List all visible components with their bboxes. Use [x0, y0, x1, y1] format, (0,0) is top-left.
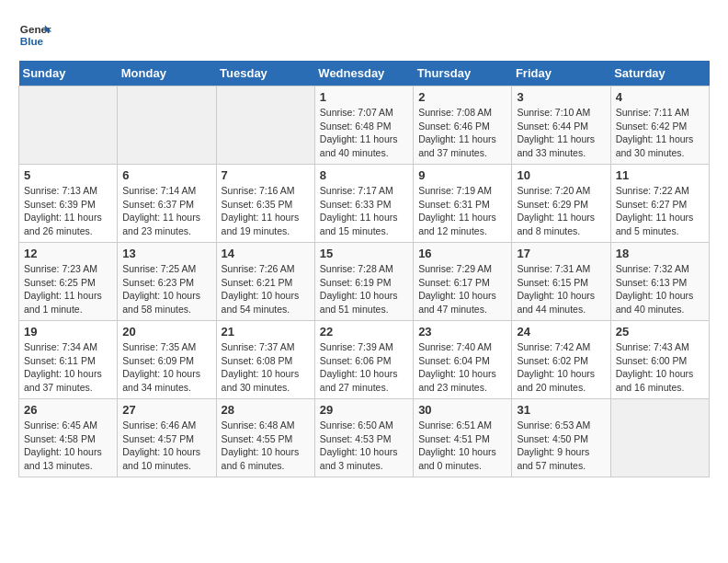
day-number: 30 — [418, 403, 506, 417]
day-number: 6 — [122, 168, 210, 182]
day-number: 26 — [24, 403, 112, 417]
day-detail: Sunrise: 7:31 AM Sunset: 6:15 PM Dayligh… — [517, 262, 605, 316]
day-number: 18 — [616, 247, 704, 260]
day-number: 19 — [24, 325, 112, 339]
day-detail: Sunrise: 6:46 AM Sunset: 4:57 PM Dayligh… — [122, 419, 210, 473]
day-number: 1 — [320, 90, 408, 104]
day-detail: Sunrise: 6:48 AM Sunset: 4:55 PM Dayligh… — [222, 419, 310, 473]
calendar-cell: 30Sunrise: 6:51 AM Sunset: 4:51 PM Dayli… — [414, 399, 512, 477]
day-detail: Sunrise: 7:08 AM Sunset: 6:46 PM Dayligh… — [418, 106, 506, 160]
weekday-header-wednesday: Wednesday — [314, 61, 413, 86]
day-detail: Sunrise: 7:14 AM Sunset: 6:37 PM Dayligh… — [122, 184, 210, 238]
calendar-cell — [19, 86, 118, 165]
day-number: 11 — [616, 168, 704, 182]
day-number: 29 — [320, 403, 408, 417]
calendar-cell: 4Sunrise: 7:11 AM Sunset: 6:42 PM Daylig… — [610, 86, 709, 165]
day-detail: Sunrise: 7:10 AM Sunset: 6:44 PM Dayligh… — [517, 106, 605, 160]
day-number: 31 — [517, 403, 605, 417]
day-detail: Sunrise: 7:34 AM Sunset: 6:11 PM Dayligh… — [24, 340, 112, 395]
weekday-header-friday: Friday — [512, 61, 610, 86]
day-number: 24 — [517, 325, 605, 339]
calendar-cell: 5Sunrise: 7:13 AM Sunset: 6:39 PM Daylig… — [19, 165, 118, 243]
logo-icon: General Blue — [18, 18, 51, 52]
day-detail: Sunrise: 7:32 AM Sunset: 6:13 PM Dayligh… — [616, 262, 704, 316]
week-row-5: 26Sunrise: 6:45 AM Sunset: 4:58 PM Dayli… — [19, 399, 710, 477]
calendar-cell: 23Sunrise: 7:40 AM Sunset: 6:04 PM Dayli… — [414, 321, 512, 399]
day-detail: Sunrise: 7:11 AM Sunset: 6:42 PM Dayligh… — [616, 106, 704, 160]
day-detail: Sunrise: 7:22 AM Sunset: 6:27 PM Dayligh… — [616, 184, 704, 238]
day-number: 12 — [24, 247, 112, 260]
weekday-header-monday: Monday — [118, 61, 216, 86]
day-number: 23 — [418, 325, 506, 339]
day-detail: Sunrise: 7:07 AM Sunset: 6:48 PM Dayligh… — [320, 106, 408, 160]
day-detail: Sunrise: 7:23 AM Sunset: 6:25 PM Dayligh… — [24, 262, 112, 316]
calendar-cell: 31Sunrise: 6:53 AM Sunset: 4:50 PM Dayli… — [512, 399, 610, 477]
page-header: General Blue — [18, 18, 710, 52]
day-number: 25 — [616, 325, 704, 339]
day-number: 10 — [517, 168, 605, 182]
day-detail: Sunrise: 7:28 AM Sunset: 6:19 PM Dayligh… — [320, 262, 408, 316]
calendar-cell: 10Sunrise: 7:20 AM Sunset: 6:29 PM Dayli… — [512, 165, 610, 243]
day-number: 4 — [616, 90, 704, 104]
calendar-cell: 24Sunrise: 7:42 AM Sunset: 6:02 PM Dayli… — [512, 321, 610, 399]
calendar-cell: 1Sunrise: 7:07 AM Sunset: 6:48 PM Daylig… — [314, 86, 413, 165]
day-detail: Sunrise: 6:51 AM Sunset: 4:51 PM Dayligh… — [418, 419, 506, 473]
svg-text:Blue: Blue — [20, 35, 44, 47]
calendar-cell: 9Sunrise: 7:19 AM Sunset: 6:31 PM Daylig… — [414, 165, 512, 243]
day-detail: Sunrise: 7:43 AM Sunset: 6:00 PM Dayligh… — [616, 340, 704, 395]
calendar-cell: 16Sunrise: 7:29 AM Sunset: 6:17 PM Dayli… — [414, 243, 512, 321]
weekday-header-row: SundayMondayTuesdayWednesdayThursdayFrid… — [19, 61, 710, 86]
day-detail: Sunrise: 7:40 AM Sunset: 6:04 PM Dayligh… — [418, 340, 506, 395]
calendar-cell: 14Sunrise: 7:26 AM Sunset: 6:21 PM Dayli… — [216, 243, 314, 321]
calendar-cell: 28Sunrise: 6:48 AM Sunset: 4:55 PM Dayli… — [216, 399, 314, 477]
day-detail: Sunrise: 6:45 AM Sunset: 4:58 PM Dayligh… — [24, 419, 112, 473]
calendar-cell: 7Sunrise: 7:16 AM Sunset: 6:35 PM Daylig… — [216, 165, 314, 243]
calendar-cell: 25Sunrise: 7:43 AM Sunset: 6:00 PM Dayli… — [610, 321, 709, 399]
day-number: 27 — [122, 403, 210, 417]
day-detail: Sunrise: 7:19 AM Sunset: 6:31 PM Dayligh… — [418, 184, 506, 238]
calendar-cell: 3Sunrise: 7:10 AM Sunset: 6:44 PM Daylig… — [512, 86, 610, 165]
day-detail: Sunrise: 7:37 AM Sunset: 6:08 PM Dayligh… — [222, 340, 310, 395]
calendar-cell: 2Sunrise: 7:08 AM Sunset: 6:46 PM Daylig… — [414, 86, 512, 165]
calendar-body: 1Sunrise: 7:07 AM Sunset: 6:48 PM Daylig… — [19, 86, 710, 477]
day-number: 22 — [320, 325, 408, 339]
calendar-cell — [216, 86, 314, 165]
calendar-cell: 17Sunrise: 7:31 AM Sunset: 6:15 PM Dayli… — [512, 243, 610, 321]
day-number: 20 — [122, 325, 210, 339]
weekday-header-tuesday: Tuesday — [216, 61, 314, 86]
weekday-header-sunday: Sunday — [19, 61, 118, 86]
day-detail: Sunrise: 7:42 AM Sunset: 6:02 PM Dayligh… — [517, 340, 605, 395]
calendar-cell: 15Sunrise: 7:28 AM Sunset: 6:19 PM Dayli… — [314, 243, 413, 321]
day-number: 5 — [24, 168, 112, 182]
weekday-header-thursday: Thursday — [414, 61, 512, 86]
calendar-cell: 8Sunrise: 7:17 AM Sunset: 6:33 PM Daylig… — [314, 165, 413, 243]
day-number: 15 — [320, 247, 408, 260]
day-number: 3 — [517, 90, 605, 104]
calendar-cell — [610, 399, 709, 477]
day-detail: Sunrise: 7:25 AM Sunset: 6:23 PM Dayligh… — [122, 262, 210, 316]
day-number: 13 — [122, 247, 210, 260]
calendar-cell: 26Sunrise: 6:45 AM Sunset: 4:58 PM Dayli… — [19, 399, 118, 477]
calendar-cell: 6Sunrise: 7:14 AM Sunset: 6:37 PM Daylig… — [118, 165, 216, 243]
week-row-4: 19Sunrise: 7:34 AM Sunset: 6:11 PM Dayli… — [19, 321, 710, 399]
day-number: 17 — [517, 247, 605, 260]
day-detail: Sunrise: 6:53 AM Sunset: 4:50 PM Dayligh… — [517, 419, 605, 473]
week-row-3: 12Sunrise: 7:23 AM Sunset: 6:25 PM Dayli… — [19, 243, 710, 321]
day-number: 16 — [418, 247, 506, 260]
calendar-cell: 27Sunrise: 6:46 AM Sunset: 4:57 PM Dayli… — [118, 399, 216, 477]
calendar-cell: 21Sunrise: 7:37 AM Sunset: 6:08 PM Dayli… — [216, 321, 314, 399]
day-number: 21 — [222, 325, 310, 339]
weekday-header-saturday: Saturday — [610, 61, 709, 86]
day-number: 2 — [418, 90, 506, 104]
day-detail: Sunrise: 7:39 AM Sunset: 6:06 PM Dayligh… — [320, 340, 408, 395]
calendar-cell: 11Sunrise: 7:22 AM Sunset: 6:27 PM Dayli… — [610, 165, 709, 243]
day-number: 14 — [222, 247, 310, 260]
day-detail: Sunrise: 7:26 AM Sunset: 6:21 PM Dayligh… — [222, 262, 310, 316]
calendar-cell: 20Sunrise: 7:35 AM Sunset: 6:09 PM Dayli… — [118, 321, 216, 399]
day-detail: Sunrise: 6:50 AM Sunset: 4:53 PM Dayligh… — [320, 419, 408, 473]
day-number: 9 — [418, 168, 506, 182]
week-row-2: 5Sunrise: 7:13 AM Sunset: 6:39 PM Daylig… — [19, 165, 710, 243]
calendar-cell — [118, 86, 216, 165]
day-detail: Sunrise: 7:35 AM Sunset: 6:09 PM Dayligh… — [122, 340, 210, 395]
calendar-cell: 29Sunrise: 6:50 AM Sunset: 4:53 PM Dayli… — [314, 399, 413, 477]
